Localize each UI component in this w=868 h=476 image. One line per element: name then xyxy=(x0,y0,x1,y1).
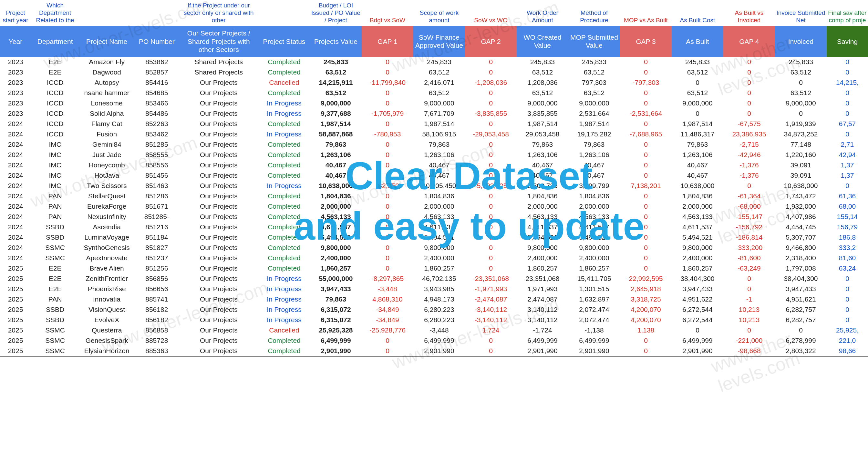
cell-dept[interactable]: PAN xyxy=(31,201,79,211)
header-main-8[interactable]: SoW Finance Approved Value xyxy=(413,26,465,57)
cell-g4[interactable]: -61,364 xyxy=(723,191,775,201)
cell-sow[interactable]: 63,512 xyxy=(413,88,465,98)
cell-g4[interactable]: 0 xyxy=(723,67,775,77)
cell-asb[interactable]: 11,486,317 xyxy=(672,129,723,139)
cell-sow[interactable]: 9,000,000 xyxy=(413,98,465,108)
cell-status[interactable]: Cancelled xyxy=(258,325,310,335)
cell-g4[interactable]: 0 xyxy=(723,98,775,108)
cell-status[interactable]: Completed xyxy=(258,160,310,170)
cell-g4[interactable]: 0 xyxy=(723,88,775,98)
cell-g4[interactable]: 10,213 xyxy=(723,315,775,325)
cell-asb[interactable]: 10,638,000 xyxy=(672,180,723,191)
cell-sector[interactable]: Our Projects xyxy=(179,253,258,263)
cell-sector[interactable]: Our Projects xyxy=(179,325,258,335)
cell-g1[interactable]: -32,550 xyxy=(362,180,413,191)
cell-inv[interactable]: 4,454,745 xyxy=(775,222,827,232)
cell-sow[interactable]: 2,416,071 xyxy=(413,77,465,88)
cell-g2[interactable]: -23,351,068 xyxy=(465,273,517,284)
cell-inv[interactable]: 3,947,433 xyxy=(775,284,827,294)
cell-pv[interactable]: 55,000,000 xyxy=(310,273,362,284)
cell-sow[interactable]: 46,702,135 xyxy=(413,273,465,284)
cell-po[interactable]: 853462 xyxy=(134,129,179,139)
cell-sector[interactable]: Our Projects xyxy=(179,222,258,232)
cell-mop[interactable]: 40,467 xyxy=(568,170,620,180)
cell-asb[interactable]: 5,494,521 xyxy=(672,232,723,242)
cell-sav[interactable]: 0 xyxy=(827,57,868,67)
cell-g3[interactable]: 0 xyxy=(620,211,672,222)
cell-status[interactable]: Completed xyxy=(258,67,310,77)
cell-asb[interactable]: 63,512 xyxy=(672,67,723,77)
cell-sector[interactable]: Our Projects xyxy=(179,108,258,119)
cell-mop[interactable]: 2,072,474 xyxy=(568,304,620,315)
cell-g1[interactable]: 4,868,310 xyxy=(362,294,413,304)
cell-sow[interactable]: 10,605,450 xyxy=(413,180,465,191)
cell-proj[interactable]: PhoenixRise xyxy=(79,284,134,294)
cell-status[interactable]: Completed xyxy=(258,222,310,232)
cell-g1[interactable]: -25,928,776 xyxy=(362,325,413,335)
cell-sow[interactable]: 2,901,990 xyxy=(413,346,465,356)
header-main-1[interactable]: Department xyxy=(31,26,79,57)
cell-sow[interactable]: 58,106,915 xyxy=(413,129,465,139)
cell-g4[interactable]: -186,814 xyxy=(723,232,775,242)
cell-g3[interactable]: 0 xyxy=(620,57,672,67)
cell-mop[interactable]: 63,512 xyxy=(568,88,620,98)
table-row[interactable]: 2024IMCJust Jade858555Our ProjectsComple… xyxy=(0,150,868,160)
cell-g4[interactable]: 0 xyxy=(723,108,775,119)
table-row[interactable]: 2024ICCDFusion853462Our ProjectsIn Progr… xyxy=(0,129,868,139)
cell-mop[interactable]: 40,467 xyxy=(568,160,620,170)
cell-dept[interactable]: PAN xyxy=(31,211,79,222)
cell-g2[interactable]: 0 xyxy=(465,253,517,263)
cell-g4[interactable]: -2,715 xyxy=(723,139,775,150)
cell-mop[interactable]: 2,531,664 xyxy=(568,108,620,119)
cell-dept[interactable]: PAN xyxy=(31,191,79,201)
cell-mop[interactable]: 245,833 xyxy=(568,57,620,67)
cell-dept[interactable]: SSMC xyxy=(31,242,79,253)
cell-sow[interactable]: -3,448 xyxy=(413,325,465,335)
header-main-12[interactable]: GAP 3 xyxy=(620,26,672,57)
cell-g2[interactable]: 0 xyxy=(465,201,517,211)
cell-inv[interactable]: 5,307,707 xyxy=(775,232,827,242)
cell-sow[interactable]: 2,400,000 xyxy=(413,253,465,263)
cell-year[interactable]: 2025 xyxy=(0,284,31,294)
table-row[interactable]: 2025E2EBrave Alien851256Our ProjectsComp… xyxy=(0,263,868,273)
cell-status[interactable]: In Progress xyxy=(258,108,310,119)
cell-sow[interactable]: 7,671,709 xyxy=(413,108,465,119)
cell-g2[interactable]: -1,208,036 xyxy=(465,77,517,88)
cell-inv[interactable]: 10,638,000 xyxy=(775,180,827,191)
cell-asb[interactable]: 40,467 xyxy=(672,160,723,170)
cell-asb[interactable]: 1,987,514 xyxy=(672,119,723,129)
cell-g4[interactable]: -63,249 xyxy=(723,263,775,273)
cell-g1[interactable]: 0 xyxy=(362,253,413,263)
cell-mop[interactable]: 2,400,000 xyxy=(568,253,620,263)
cell-status[interactable]: Completed xyxy=(258,211,310,222)
cell-po[interactable]: 851285 xyxy=(134,139,179,150)
cell-pv[interactable]: 2,901,990 xyxy=(310,346,362,356)
cell-mop[interactable]: 4,611,537 xyxy=(568,222,620,232)
header-main-7[interactable]: GAP 1 xyxy=(362,26,413,57)
cell-g2[interactable]: 0 xyxy=(465,242,517,253)
cell-proj[interactable]: EurekaForge xyxy=(79,201,134,211)
table-row[interactable]: 2024SSMCSynthoGenesis851827Our ProjectsC… xyxy=(0,242,868,253)
cell-wo[interactable]: 1,987,514 xyxy=(517,119,568,129)
cell-sav[interactable]: 0 xyxy=(827,88,868,98)
cell-po[interactable]: 851463 xyxy=(134,180,179,191)
cell-status[interactable]: Completed xyxy=(258,170,310,180)
cell-status[interactable]: Completed xyxy=(258,232,310,242)
cell-g2[interactable]: 0 xyxy=(465,222,517,232)
cell-asb[interactable]: 6,499,999 xyxy=(672,335,723,346)
cell-pv[interactable]: 40,467 xyxy=(310,160,362,170)
cell-wo[interactable]: 1,208,036 xyxy=(517,77,568,88)
cell-dept[interactable]: E2E xyxy=(31,67,79,77)
cell-pv[interactable]: 58,887,868 xyxy=(310,129,362,139)
cell-g4[interactable]: -333,200 xyxy=(723,242,775,253)
cell-year[interactable]: 2024 xyxy=(0,232,31,242)
cell-po[interactable]: 858556 xyxy=(134,160,179,170)
cell-status[interactable]: Completed xyxy=(258,150,310,160)
cell-wo[interactable]: 2,474,087 xyxy=(517,294,568,304)
cell-g2[interactable]: 0 xyxy=(465,139,517,150)
cell-year[interactable]: 2023 xyxy=(0,67,31,77)
cell-g4[interactable]: 0 xyxy=(723,273,775,284)
cell-year[interactable]: 2024 xyxy=(0,242,31,253)
cell-po[interactable]: 851256 xyxy=(134,263,179,273)
cell-sav[interactable]: 1,37 xyxy=(827,170,868,180)
